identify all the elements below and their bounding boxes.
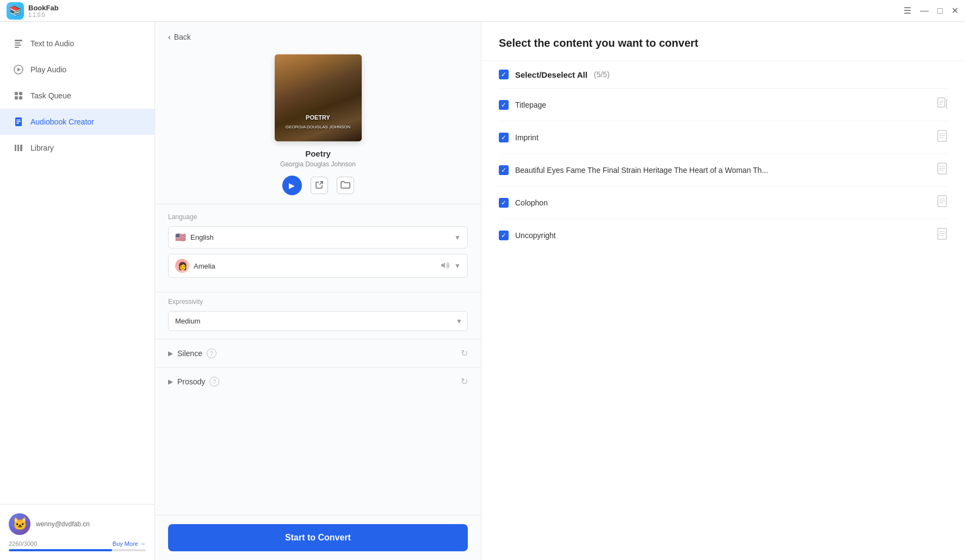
item-doc-icon-colophon	[937, 195, 948, 210]
voice-right: ▼	[440, 260, 461, 272]
expressivity-select-wrapper: Medium Low High ▼	[168, 311, 468, 331]
item-title-imprint: Imprint	[515, 133, 930, 142]
content-list: ✓ Select/Deselect All (5/5) ✓ Titlepage	[481, 61, 965, 560]
voice-avatar-image: 👩	[178, 262, 187, 270]
content-item-uncopyright: ✓ Uncopyright	[499, 219, 948, 251]
svg-rect-12	[16, 121, 21, 122]
select-all-checkbox[interactable]: ✓	[499, 70, 509, 79]
sidebar-item-task-queue[interactable]: Task Queue	[0, 83, 154, 109]
svg-rect-16	[20, 145, 22, 151]
select-all-label: Select/Deselect All	[515, 70, 587, 79]
back-label: Back	[174, 33, 191, 41]
language-label: Language	[168, 213, 468, 221]
svg-rect-13	[16, 123, 19, 124]
language-select[interactable]: 🇺🇸 English ▼	[168, 226, 468, 248]
usage-text: 2260/3000	[9, 540, 37, 547]
language-value: English	[190, 233, 450, 241]
title-bar-left: 📚 BookFab 1.1.0.0	[7, 2, 59, 20]
main-layout: Text to Audio Play Audio	[0, 22, 965, 560]
start-convert-button[interactable]: Start to Convert	[168, 524, 468, 551]
svg-rect-1	[15, 42, 20, 43]
sidebar-nav: Text to Audio Play Audio	[0, 22, 154, 504]
book-cover-image: POETRY GEORGIA DOUGLAS JOHNSON	[275, 54, 362, 141]
title-bar-controls: ☰ — □ ✕	[904, 7, 958, 15]
svg-rect-18	[947, 99, 948, 109]
prosody-left: ▶ Prosody ?	[168, 377, 219, 387]
svg-rect-2	[15, 45, 21, 46]
minimize-button[interactable]: —	[920, 7, 929, 15]
buy-more-link[interactable]: Buy More →	[113, 540, 146, 547]
select-all-row: ✓ Select/Deselect All (5/5)	[499, 61, 948, 89]
voice-select[interactable]: 👩 Amelia	[168, 254, 468, 278]
close-button[interactable]: ✕	[951, 7, 958, 15]
sidebar-item-play-audio[interactable]: Play Audio	[0, 57, 154, 83]
export-button[interactable]	[311, 177, 328, 194]
book-cover-author-small: GEORGIA DOUGLAS JOHNSON	[286, 125, 351, 129]
user-email: wenny@dvdfab.cn	[36, 520, 90, 528]
checkbox-titlepage[interactable]: ✓	[499, 100, 509, 110]
svg-rect-9	[19, 96, 22, 99]
prosody-help-symbol: ?	[213, 378, 216, 385]
app-logo: 📚	[7, 2, 24, 20]
usage-bar-fill	[9, 549, 112, 551]
voice-left: 👩 Amelia	[175, 259, 215, 273]
checkbox-imprint[interactable]: ✓	[499, 133, 509, 142]
sidebar-item-audiobook-creator[interactable]: Audiobook Creator	[0, 109, 154, 135]
expressivity-label: Expressivity	[168, 298, 468, 306]
book-author: Georgia Douglas Johnson	[280, 160, 356, 168]
sidebar-label-play-audio: Play Audio	[30, 65, 66, 74]
menu-button[interactable]: ☰	[904, 7, 911, 15]
play-button[interactable]: ▶	[282, 176, 302, 195]
expressivity-select[interactable]: Medium Low High	[168, 311, 468, 331]
voice-select-wrapper: 👩 Amelia	[168, 254, 468, 278]
prosody-help-icon[interactable]: ?	[209, 377, 219, 387]
item-doc-icon-imprint	[937, 130, 948, 145]
silence-section: ▶ Silence ? ↻	[155, 339, 481, 367]
sidebar-label-text-to-audio: Text to Audio	[30, 39, 74, 48]
prosody-header[interactable]: ▶ Prosody ? ↻	[168, 368, 468, 395]
svg-rect-15	[17, 145, 19, 151]
voice-dropdown-arrow: ▼	[454, 262, 461, 270]
select-all-count: (5/5)	[594, 70, 610, 79]
sidebar-item-text-to-audio[interactable]: Text to Audio	[0, 30, 154, 57]
silence-help-symbol: ?	[210, 350, 213, 357]
audiobook-creator-icon	[13, 116, 24, 127]
voice-sound-icon[interactable]	[440, 260, 450, 272]
silence-help-icon[interactable]: ?	[207, 349, 216, 358]
svg-rect-8	[15, 96, 18, 99]
content-item-beautiful-eyes: ✓ Beautiful Eyes Fame The Final Strain H…	[499, 154, 948, 186]
svg-rect-6	[15, 92, 18, 95]
voice-avatar: 👩	[175, 259, 189, 273]
book-section: POETRY GEORGIA DOUGLAS JOHNSON Poetry Ge…	[155, 46, 481, 204]
back-button[interactable]: ‹ Back	[155, 22, 481, 46]
svg-rect-11	[16, 120, 21, 121]
sidebar-label-task-queue: Task Queue	[30, 91, 71, 100]
sidebar-item-library[interactable]: Library	[0, 135, 154, 161]
item-title-titlepage: Titlepage	[515, 101, 930, 109]
flag-icon: 🇺🇸	[175, 232, 186, 242]
checkbox-colophon[interactable]: ✓	[499, 198, 509, 208]
content-item-titlepage: ✓ Titlepage	[499, 89, 948, 121]
play-audio-icon	[13, 64, 24, 75]
silence-refresh-icon[interactable]: ↻	[461, 348, 468, 358]
book-title: Poetry	[305, 149, 331, 158]
user-avatar-emoji: 🐱	[13, 517, 27, 531]
checkbox-uncopyright[interactable]: ✓	[499, 231, 509, 240]
sidebar-label-audiobook-creator: Audiobook Creator	[30, 117, 94, 126]
title-bar: 📚 BookFab 1.1.0.0 ☰ — □ ✕	[0, 0, 965, 22]
svg-rect-3	[15, 47, 19, 48]
right-panel: Select the content you want to convert ✓…	[481, 22, 965, 560]
svg-rect-0	[15, 40, 22, 41]
usage-bar-background	[9, 549, 146, 551]
item-doc-icon-uncopyright	[937, 228, 948, 242]
sidebar: Text to Audio Play Audio	[0, 22, 155, 560]
prosody-refresh-icon[interactable]: ↻	[461, 376, 468, 387]
book-cover-text: POETRY GEORGIA DOUGLAS JOHNSON	[286, 114, 351, 130]
silence-header[interactable]: ▶ Silence ? ↻	[168, 339, 468, 367]
book-cover: POETRY GEORGIA DOUGLAS JOHNSON	[275, 54, 362, 141]
item-title-beautiful-eyes: Beautiful Eyes Fame The Final Strain Her…	[515, 166, 930, 175]
maximize-button[interactable]: □	[937, 7, 943, 15]
back-arrow-icon: ‹	[168, 33, 171, 41]
folder-button[interactable]	[337, 177, 354, 194]
checkbox-beautiful-eyes[interactable]: ✓	[499, 165, 509, 175]
